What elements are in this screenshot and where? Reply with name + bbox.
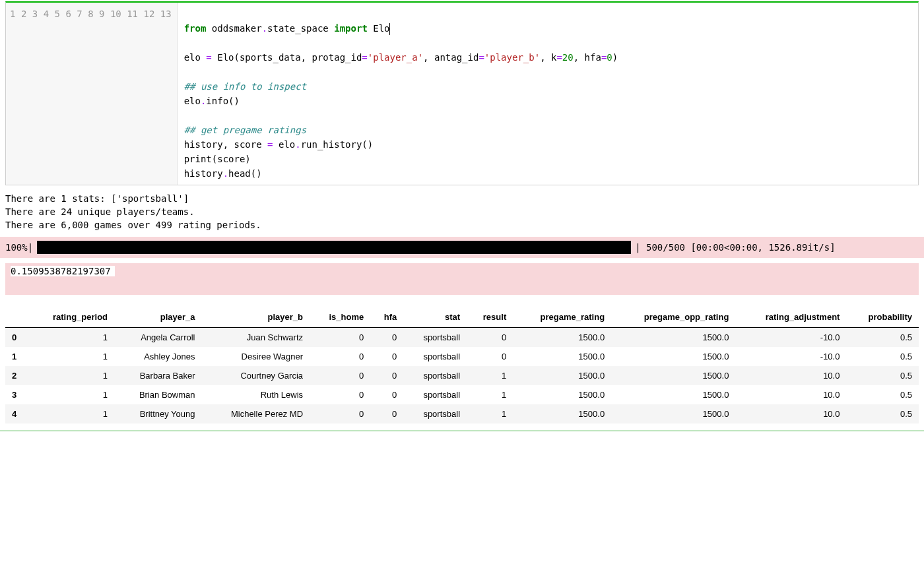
dataframe-output: rating_period player_a player_b is_home … bbox=[5, 307, 919, 423]
code-editor[interactable]: from oddsmaker.state_space import Elo el… bbox=[178, 3, 918, 185]
score-output: 0.1509538782197307 bbox=[5, 263, 919, 295]
table-row: 0 1 Angela Carroll Juan Schwartz 0 0 spo… bbox=[5, 328, 919, 348]
progress-suffix: | 500/500 [00:00<00:00, 1526.89it/s] bbox=[635, 242, 835, 253]
line-gutter: 1 2 3 4 5 6 7 8 9 10 11 12 13 bbox=[6, 3, 178, 185]
code-cell[interactable]: 1 2 3 4 5 6 7 8 9 10 11 12 13 from oddsm… bbox=[5, 1, 919, 185]
table-row: 2 1 Barbara Baker Courtney Garcia 0 0 sp… bbox=[5, 366, 919, 385]
table-header-row: rating_period player_a player_b is_home … bbox=[5, 307, 919, 328]
bottom-divider bbox=[0, 430, 924, 431]
progress-bar bbox=[37, 241, 631, 254]
table-row: 3 1 Brian Bowman Ruth Lewis 0 0 sportsba… bbox=[5, 385, 919, 404]
progress-output: 100%| | 500/500 [00:00<00:00, 1526.89it/… bbox=[0, 237, 924, 258]
progress-percent: 100%| bbox=[5, 242, 33, 253]
stdout-info: There are 1 stats: ['sportsball'] There … bbox=[5, 192, 919, 232]
table-row: 1 1 Ashley Jones Desiree Wagner 0 0 spor… bbox=[5, 347, 919, 366]
dataframe-table: rating_period player_a player_b is_home … bbox=[5, 307, 919, 423]
table-row: 4 1 Brittney Young Michelle Perez MD 0 0… bbox=[5, 404, 919, 423]
text-cursor bbox=[389, 23, 390, 35]
table-body: 0 1 Angela Carroll Juan Schwartz 0 0 spo… bbox=[5, 328, 919, 424]
